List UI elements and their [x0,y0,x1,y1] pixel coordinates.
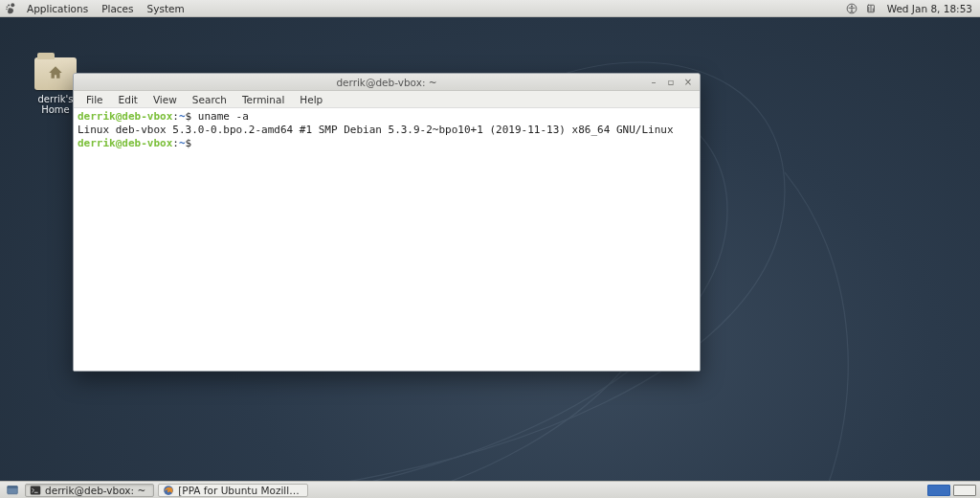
home-icon [47,64,64,83]
prompt-user: derrik@deb-vbox [78,110,172,123]
svg-point-3 [6,8,7,9]
workspace-2[interactable] [953,485,976,496]
window-controls: – ▫ × [648,77,700,88]
menu-view[interactable]: View [146,92,184,107]
svg-point-5 [851,5,853,7]
terminal-command: uname -a [198,110,249,123]
prompt-symbol: $ [186,110,192,123]
workspace-switcher [927,485,976,496]
show-desktop-button[interactable] [4,484,21,497]
taskbar-item[interactable]: derrik@deb-vbox: ~ [25,484,154,497]
terminal-body[interactable]: derrik@deb-vbox:~$ uname -a Linux deb-vb… [74,108,700,371]
taskbar-item-label: [PPA for Ubuntu Mozill… [178,485,299,496]
window-titlebar[interactable]: derrik@deb-vbox: ~ – ▫ × [74,74,700,91]
terminal-window[interactable]: derrik@deb-vbox: ~ – ▫ × File Edit View … [73,73,701,372]
menu-applications[interactable]: Applications [21,1,94,16]
folder-icon [34,57,77,90]
taskbar-item-label: derrik@deb-vbox: ~ [45,485,145,496]
terminal-output: Linux deb-vbox 5.3.0-0.bpo.2-amd64 #1 SM… [78,124,674,136]
gnome-foot-icon[interactable] [4,2,17,15]
svg-rect-9 [31,486,41,494]
network-icon[interactable] [864,2,878,15]
svg-point-2 [7,6,9,8]
menu-terminal[interactable]: Terminal [235,92,291,107]
workspace-1[interactable] [927,485,950,496]
prompt-path: ~ [179,110,186,123]
top-panel: Applications Places System Wed Jan 8, 18… [0,0,980,17]
svg-point-0 [11,3,14,7]
prompt-symbol: $ [186,137,192,149]
menu-edit[interactable]: Edit [112,92,145,107]
window-close-button[interactable]: × [682,77,694,88]
bottom-panel-right [927,485,976,496]
taskbar-item[interactable]: [PPA for Ubuntu Mozill… [158,484,307,497]
top-panel-tray: Wed Jan 8, 18:53 [845,2,976,15]
accessibility-icon[interactable] [845,2,858,15]
taskbar: derrik@deb-vbox: ~[PPA for Ubuntu Mozill… [25,484,308,497]
firefox-icon [163,485,174,496]
terminal-menubar: File Edit View Search Terminal Help [74,91,700,108]
window-maximize-button[interactable]: ▫ [665,77,677,88]
menu-search[interactable]: Search [186,92,234,107]
window-title: derrik@deb-vbox: ~ [74,77,700,88]
clock[interactable]: Wed Jan 8, 18:53 [883,3,976,14]
svg-point-1 [8,4,10,6]
prompt-user: derrik@deb-vbox [78,137,172,149]
svg-rect-8 [8,486,18,487]
window-minimize-button[interactable]: – [648,77,659,88]
menu-places[interactable]: Places [96,1,139,16]
terminal-icon [30,485,41,496]
bottom-panel: derrik@deb-vbox: ~[PPA for Ubuntu Mozill… [0,481,980,498]
menu-system[interactable]: System [142,1,190,16]
menu-file[interactable]: File [79,92,110,107]
top-panel-menus: Applications Places System [21,1,190,16]
prompt-path: ~ [179,137,186,149]
menu-help[interactable]: Help [293,92,329,107]
